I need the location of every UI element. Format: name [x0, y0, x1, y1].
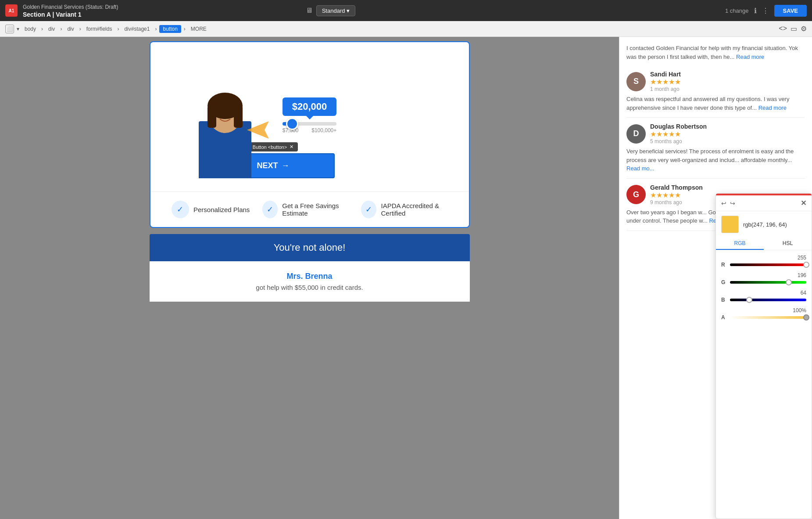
tablet-icon[interactable]: ▭ [791, 25, 797, 33]
a-value-label: 100% [793, 307, 806, 314]
svg-rect-3 [207, 106, 216, 128]
form-inner-layout: $20,000 $7,500 $100,000+ [168, 55, 451, 178]
feature-item-2: ✓ IAPDA Accredited & Certified [361, 201, 455, 218]
main-layout: $20,000 $7,500 $100,000+ [0, 37, 812, 519]
check-icon-2: ✓ [361, 201, 376, 218]
feature-text-2: IAPDA Accredited & Certified [381, 202, 455, 217]
check-icon-1: ✓ [262, 201, 278, 218]
frame-icon[interactable]: ⬜ [5, 25, 14, 33]
cp-swatch[interactable] [721, 216, 739, 233]
bc-button[interactable]: button [159, 25, 181, 33]
display-mode-button[interactable]: Standard ▾ [316, 5, 356, 16]
tooltip-close-icon[interactable]: ✕ [290, 144, 293, 150]
a-label: A [721, 314, 726, 321]
slider-track[interactable] [283, 122, 337, 126]
review-text-douglas: Very beneficial services! The process of… [626, 147, 805, 173]
app-logo: A1 [5, 4, 18, 17]
check-icon-0: ✓ [172, 201, 189, 218]
slider-thumb[interactable] [286, 118, 298, 130]
cp-header-actions: ↩ ↪ [721, 200, 735, 207]
reviewer-name-gerald: Gerald Thompson [650, 184, 805, 191]
feature-row: ✓ Personalized Plans ✓ Get a Free Saving… [150, 191, 469, 227]
review-text-sandi: Celina was respectful and answered all m… [626, 95, 805, 112]
code-icon[interactable]: <> [779, 25, 787, 33]
cp-slider-r-track[interactable] [730, 263, 806, 266]
avatar-sandi: S [626, 72, 646, 91]
cp-thumb-g[interactable] [786, 279, 792, 285]
review-intro: I contacted Golden Financial for help wi… [626, 44, 805, 65]
chevron-down-icon: ▾ [347, 7, 350, 14]
redo-icon[interactable]: ↪ [730, 200, 735, 207]
change-count: 1 change [725, 7, 749, 14]
r-value-label: 255 [798, 255, 806, 261]
info-icon[interactable]: ℹ [754, 7, 757, 15]
testimonial-text: got help with $55,000 in credit cards. [167, 284, 452, 291]
color-picker-close[interactable]: ✕ [801, 199, 806, 207]
cp-thumb-a[interactable] [803, 314, 809, 321]
more-vert-icon[interactable]: ⋮ [762, 7, 769, 15]
cp-tab-hsl[interactable]: HSL [764, 238, 812, 250]
cp-swatch-row: rgb(247, 196, 64) [716, 211, 812, 238]
read-more-sandi[interactable]: Read more [758, 105, 787, 111]
stars-sandi: ★★★★★ [650, 78, 805, 86]
cp-slider-b-track[interactable] [730, 299, 806, 301]
save-button[interactable]: SAVE [774, 5, 807, 17]
chevron-down-icon-bc: ▾ [17, 26, 19, 32]
woman-image [181, 77, 269, 178]
read-more-intro[interactable]: Read more [736, 54, 764, 60]
gear-icon[interactable]: ⚙ [801, 25, 807, 33]
bc-div-stage1[interactable]: div#stage1 [122, 25, 152, 33]
app-status-text: Golden Financial Services (Status: Draft… [23, 4, 118, 10]
cp-tab-rgb[interactable]: RGB [716, 238, 764, 250]
bc-div-1[interactable]: div [46, 25, 57, 33]
svg-rect-4 [234, 106, 243, 128]
feature-text-0: Personalized Plans [193, 206, 250, 213]
undo-icon[interactable]: ↩ [721, 200, 726, 207]
cp-thumb-r[interactable] [803, 262, 809, 268]
bc-more[interactable]: MORE [188, 25, 209, 33]
section-title: Section A | Variant 1 [23, 11, 82, 18]
testimonial-name: Mrs. Brenna [167, 272, 452, 281]
review-item-sandi: S Sandi Hart ★★★★★ 1 month ago Celina wa… [626, 65, 805, 118]
avatar-douglas: D [626, 124, 646, 144]
review-time-sandi: 1 month ago [650, 86, 805, 92]
slider-section: $20,000 $7,500 $100,000+ [283, 97, 337, 142]
read-more-douglas[interactable]: Read mo... [626, 165, 655, 172]
review-header-douglas: D Douglas Robertson ★★★★★ 5 months ago [626, 123, 805, 144]
cp-slider-a-track[interactable] [730, 316, 806, 319]
cp-slider-a-row: A [721, 314, 806, 321]
monitor-icon: 🖥 [306, 7, 313, 14]
topbar-right: 1 change ℹ ⋮ SAVE [725, 5, 807, 17]
review-intro-text: I contacted Golden Financial for help wi… [626, 45, 798, 60]
bc-form[interactable]: form#fields [84, 25, 115, 33]
cp-slider-g-track[interactable] [730, 281, 806, 284]
slider-max: $100,000+ [311, 127, 336, 133]
cp-tabs: RGB HSL [716, 238, 812, 250]
reviewer-info-sandi: Sandi Hart ★★★★★ 1 month ago [650, 71, 805, 92]
cp-sliders: 255 R 196 G 64 B 100 [716, 250, 812, 329]
reviewer-name-sandi: Sandi Hart [650, 71, 805, 78]
r-label: R [721, 262, 726, 268]
cp-slider-g-row: G [721, 279, 806, 285]
review-item-douglas: D Douglas Robertson ★★★★★ 5 months ago V… [626, 118, 805, 179]
topbar-center: 🖥 Standard ▾ [306, 5, 356, 16]
avatar-letter-gerald: G [633, 190, 639, 199]
display-mode-label: Standard [322, 7, 345, 14]
bc-div-2[interactable]: div [64, 25, 76, 33]
cp-value-label: rgb(247, 196, 64) [743, 221, 787, 228]
reviewer-name-douglas: Douglas Robertson [650, 123, 805, 130]
bc-body[interactable]: body [22, 25, 39, 33]
alone-bar: You're not alone! [150, 234, 470, 261]
cp-thumb-b[interactable] [746, 297, 752, 303]
g-value-label: 196 [798, 272, 806, 278]
breadcrumb-bar: ⬜ ▾ body › div › div › form#fields › div… [0, 21, 812, 37]
breadcrumb-tools: <> ▭ ⚙ [779, 25, 807, 33]
review-header-sandi: S Sandi Hart ★★★★★ 1 month ago [626, 71, 805, 92]
color-picker-popup: ↩ ↪ ✕ rgb(247, 196, 64) RGB HSL 255 R 19… [715, 193, 812, 519]
app-status: Golden Financial Services (Status: Draft… [23, 3, 118, 18]
cp-header: ↩ ↪ ✕ [716, 195, 812, 211]
debt-amount: $20,000 [283, 97, 337, 116]
logo-text: A1 [9, 8, 14, 13]
topbar: A1 Golden Financial Services (Status: Dr… [0, 0, 812, 21]
feature-text-1: Get a Free Savings Estimate [282, 202, 357, 217]
